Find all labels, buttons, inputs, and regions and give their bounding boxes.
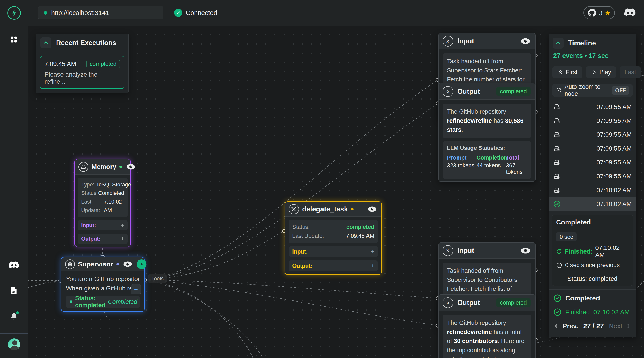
output-icon: «: [442, 86, 453, 97]
memory-event-icon: [553, 131, 560, 138]
completed-check-icon: [553, 294, 562, 302]
delegate-info: Status:completed Last Update:7:09:48 AM: [289, 220, 378, 243]
discord-sidebar-icon[interactable]: [8, 261, 19, 270]
memory-node-title: Memory: [92, 163, 116, 171]
sidebar-divider: [0, 333, 28, 334]
timeline-event[interactable]: 07:09:55 AM: [549, 100, 636, 114]
output-title: Output: [457, 88, 480, 96]
event-duration-badge: 0 sec: [556, 232, 577, 241]
focus-icon: [556, 87, 561, 94]
usage-total: Total 367 tokens: [506, 154, 527, 175]
user-avatar[interactable]: [8, 338, 20, 350]
output-icon: «: [442, 297, 453, 308]
contributors-output-card: « Output completed The GitHub repository…: [438, 294, 536, 358]
server-url-input[interactable]: http://localhost:3141: [38, 6, 163, 20]
supervisor-agent-icon: [65, 259, 75, 269]
supervisor-instructions-line1: You are a GitHub repository analyzer.: [66, 274, 140, 284]
supervisor-node-title: Supervisor: [78, 260, 113, 268]
connected-check-icon: [174, 9, 182, 17]
plus-icon: +: [371, 262, 374, 269]
delegate-output-expander[interactable]: Output: +: [289, 260, 378, 271]
timeline-event[interactable]: 07:09:55 AM: [549, 114, 636, 128]
execution-preview: Please analyze the refine...: [44, 71, 120, 85]
memory-eye-icon[interactable]: [125, 163, 137, 171]
supervisor-eye-icon[interactable]: [122, 260, 134, 268]
input-icon: »: [442, 36, 453, 47]
input-icon: »: [442, 245, 453, 256]
memory-event-icon: [553, 173, 560, 180]
github-star-button[interactable]: :) ★: [584, 6, 615, 19]
apps-grid-icon[interactable]: [10, 35, 18, 44]
timeline-event-selected[interactable]: 07:10:02 AM: [549, 197, 636, 211]
auto-zoom-state: OFF: [612, 86, 629, 95]
memory-event-icon: [553, 145, 560, 152]
next-button[interactable]: Next: [609, 322, 632, 330]
usage-completion: Completion 44 tokens: [476, 154, 506, 175]
memory-input-expander[interactable]: Input: +: [78, 220, 128, 230]
footer-finished-label: Finished: 07:10:02 AM: [565, 308, 630, 316]
timeline-event[interactable]: 07:09:55 AM: [549, 128, 636, 142]
supervisor-node[interactable]: Supervisor You are a GitHub repository a…: [61, 257, 145, 312]
output-title: Output: [457, 299, 480, 307]
connected-label: Connected: [186, 9, 217, 17]
github-smiley: :): [598, 10, 602, 16]
execution-item[interactable]: 7:09:45 AM completed Please analyze the …: [40, 56, 124, 89]
discord-button[interactable]: [624, 8, 636, 18]
output-status-badge: completed: [496, 87, 531, 96]
delegate-status-dot: [351, 208, 354, 210]
completed-event-icon: [553, 200, 561, 208]
timeline-title: Timeline: [568, 39, 596, 47]
memory-event-icon: [553, 187, 560, 194]
event-status-text: Status: completed: [556, 275, 629, 282]
memory-output-expander[interactable]: Output: +: [78, 234, 128, 244]
input-eye-icon[interactable]: [520, 37, 531, 45]
timeline-event[interactable]: 07:09:55 AM: [549, 142, 636, 156]
play-button[interactable]: Play: [586, 67, 616, 78]
refresh-icon: [556, 248, 562, 255]
output-text: The GitHub repository refinedev/refine h…: [442, 104, 531, 138]
supervisor-run-button[interactable]: [137, 259, 146, 269]
server-status-dot: [44, 11, 47, 15]
usage-prompt: Prompt 323 tokens: [447, 154, 476, 175]
timeline-event[interactable]: 07:10:02 AM: [549, 183, 636, 197]
recent-executions-panel: Recent Executions 7:09:45 AM completed P…: [36, 34, 128, 93]
timeline-event[interactable]: 07:09:55 AM: [549, 156, 636, 169]
supervisor-status-dot: [116, 263, 119, 265]
output-status-badge: completed: [496, 298, 531, 307]
memory-event-icon: [553, 103, 560, 111]
timeline-panel: Timeline 27 events • 17 sec First Play L…: [548, 34, 636, 337]
stars-output-card: « Output completed The GitHub repository…: [438, 83, 536, 182]
supervisor-expand-button[interactable]: +: [131, 284, 141, 294]
prev-button[interactable]: Prev.: [553, 322, 578, 330]
memory-node[interactable]: Memory Type:LibSQLStorage Status:Complet…: [74, 159, 131, 247]
voltagent-logo-icon: [8, 6, 21, 20]
delegate-input-expander[interactable]: Input: +: [289, 246, 378, 257]
finished-check-icon: [553, 308, 562, 316]
supervisor-instructions-line2: When given a GitHub repository URL o: [66, 284, 140, 293]
output-text: The GitHub repository refinedev/refine h…: [442, 315, 531, 358]
input-title: Input: [457, 247, 474, 255]
plus-icon: +: [121, 222, 124, 229]
app-logo[interactable]: [0, 0, 28, 26]
notifications-bell-icon[interactable]: [10, 312, 18, 321]
input-eye-icon[interactable]: [520, 247, 531, 254]
github-icon: [588, 8, 596, 17]
last-button[interactable]: Last: [620, 67, 641, 78]
supervisor-status-bar: Status: completed Completed: [66, 296, 140, 308]
memory-info: Type:LibSQLStorage Status:Completed Last…: [78, 178, 128, 217]
page-indicator: 27 / 27: [580, 322, 607, 330]
connection-status: Connected: [174, 9, 217, 17]
first-button[interactable]: First: [552, 67, 582, 78]
collapse-recent-button[interactable]: [40, 37, 51, 48]
delegate-task-node[interactable]: delegate_task Status:completed Last Upda…: [285, 201, 382, 275]
server-url: http://localhost:3141: [51, 9, 109, 17]
top-bar: http://localhost:3141 Connected :) ★: [28, 0, 644, 26]
delegate-eye-icon[interactable]: [366, 205, 378, 213]
memory-event-icon: [553, 159, 560, 166]
execution-status-badge: completed: [86, 60, 120, 68]
timeline-event[interactable]: 07:09:55 AM: [549, 169, 636, 183]
docs-icon[interactable]: [10, 286, 18, 295]
auto-zoom-toggle[interactable]: Auto-zoom to node OFF: [552, 84, 632, 97]
footer-completed-label: Completed: [565, 294, 600, 302]
collapse-timeline-button[interactable]: [553, 38, 564, 49]
